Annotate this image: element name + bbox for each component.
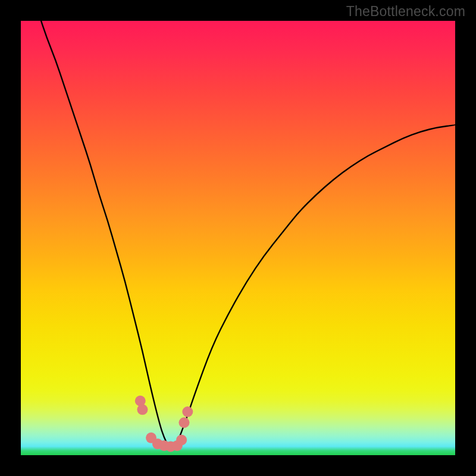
bottleneck-curve — [38, 21, 455, 448]
highlight-dot — [178, 417, 189, 428]
highlight-dot — [182, 406, 193, 417]
highlight-dot — [137, 404, 148, 415]
watermark-label: TheBottleneck.com — [346, 4, 465, 20]
chart-svg — [21, 21, 455, 455]
highlight-dots — [135, 396, 193, 452]
plot-area — [21, 21, 455, 455]
chart-frame: TheBottleneck.com — [0, 0, 476, 476]
highlight-dot — [176, 434, 187, 445]
